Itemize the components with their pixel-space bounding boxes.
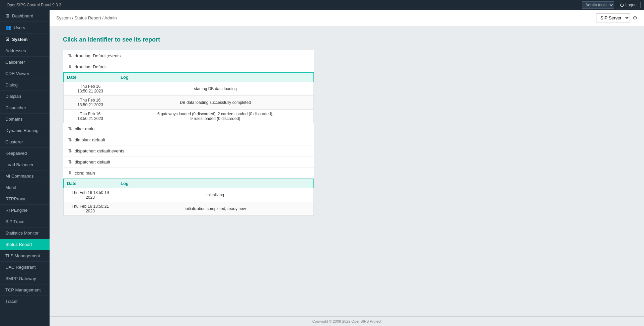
status-container: ⇅ drouting: Default;events ⇩ drouting: D… xyxy=(63,50,314,216)
identifier-label-7: core: main xyxy=(75,171,95,176)
identifier-label-6: dispatcher: default xyxy=(75,159,110,165)
sidebar-item-tls-management[interactable]: TLS Management xyxy=(0,250,50,262)
sidebar-item-system[interactable]: ⊡ System xyxy=(0,34,50,45)
sidebar-item-smpp-gateway[interactable]: SMPP Gateway xyxy=(0,273,50,284)
header-bar: System / Status Report / Admin SIP Serve… xyxy=(50,10,644,26)
log-date-2: Thu Feb 1613:50:21 2023 xyxy=(64,96,117,110)
identifier-drouting-default-events[interactable]: ⇅ drouting: Default;events xyxy=(63,50,314,61)
sidebar-item-callcenter[interactable]: Callcenter xyxy=(0,57,50,68)
sidebar-item-dashboard[interactable]: ⊞ Dashboard xyxy=(0,10,50,22)
refresh-icon-4: ⇅ xyxy=(68,148,72,153)
sidebar-item-load-balancer[interactable]: Load Balancer xyxy=(0,159,50,171)
server-select[interactable]: SIP Server xyxy=(596,13,630,22)
main-area: System / Status Report / Admin SIP Serve… xyxy=(50,10,644,326)
header-controls: SIP Server ⚙ xyxy=(596,13,637,22)
sidebar-item-label: Callcenter xyxy=(5,60,25,65)
sidebar-item-label: Dynamic Routing xyxy=(5,128,39,133)
sidebar-item-label: MI Commands xyxy=(5,174,34,179)
sidebar-item-label: SMPP Gateway xyxy=(5,276,36,281)
sidebar-item-label: Dashboard xyxy=(12,13,33,18)
sidebar-item-label: UAC Registrant xyxy=(5,265,35,270)
identifier-dispatcher-default-events[interactable]: ⇅ dispatcher: default;events xyxy=(63,145,314,156)
sidebar-item-label: RTPProxy xyxy=(5,196,25,201)
sidebar-item-tcp-management[interactable]: TCP Management xyxy=(0,284,50,296)
sidebar-item-label: Statistics Monitor xyxy=(5,231,39,236)
users-icon: 👥 xyxy=(5,25,11,30)
sidebar-item-dispatcher[interactable]: Dispatcher xyxy=(0,102,50,114)
core-log-date-1: Thu Feb 16 13:50:19 2023 xyxy=(64,188,117,202)
identifier-label-1: drouting: Default;events xyxy=(75,53,121,58)
col-header-date-2: Date xyxy=(64,179,117,188)
identifier-drouting-default[interactable]: ⇩ drouting: Default xyxy=(63,61,314,72)
sidebar-item-label: TLS Management xyxy=(5,253,40,258)
core-log-entry-2: initialization completed, ready now xyxy=(117,202,314,216)
sidebar-item-monit[interactable]: Monit xyxy=(0,182,50,193)
sidebar-item-tracer[interactable]: Tracer xyxy=(0,296,50,307)
sidebar-item-addresses[interactable]: Addresses xyxy=(0,45,50,57)
system-icon: ⊡ xyxy=(5,37,9,42)
sidebar-item-domains[interactable]: Domains xyxy=(0,114,50,125)
sidebar-item-mi-commands[interactable]: MI Commands xyxy=(0,171,50,182)
gear-icon: ⚙ xyxy=(633,15,637,21)
core-log-date-2: Thu Feb 16 13:50:21 2023 xyxy=(64,202,117,216)
breadcrumb-part-admin[interactable]: Admin xyxy=(104,15,117,20)
download-icon-2: ⇩ xyxy=(68,170,72,176)
log-table-core-main: Date Log Thu Feb 16 13:50:19 2023 initia… xyxy=(63,179,314,216)
power-icon: ⏻ xyxy=(620,3,624,7)
sidebar-item-dynamic-routing[interactable]: Dynamic Routing xyxy=(0,125,50,136)
table-row: Thu Feb 1613:50:21 2023 6 gateways loade… xyxy=(64,110,314,123)
dashboard-icon: ⊞ xyxy=(5,13,9,18)
sidebar-item-label: TCP Management xyxy=(5,287,41,292)
log-table-drouting-default: Date Log Thu Feb 1613:50:21 2023 startin… xyxy=(63,72,314,123)
sidebar-item-statistics-monitor[interactable]: Statistics Monitor xyxy=(0,227,50,239)
refresh-icon-1: ⇅ xyxy=(68,53,72,58)
identifier-core-main[interactable]: ⇩ core: main xyxy=(63,168,314,179)
identifier-dispatcher-default[interactable]: ⇅ dispatcher: default xyxy=(63,156,314,168)
sidebar-item-status-report[interactable]: Status Report xyxy=(0,239,50,250)
sidebar-item-label: Status Report xyxy=(5,242,32,247)
sidebar-item-label: System xyxy=(12,37,27,42)
sidebar-item-label: RTPEngine xyxy=(5,208,27,213)
sidebar-item-label: Dialplan xyxy=(5,94,21,99)
sidebar-item-label: CDR Viewer xyxy=(5,71,29,76)
sidebar-item-sip-trace[interactable]: SIP Trace xyxy=(0,216,50,227)
app-title: :: OpenSIPS Control Panel 9.3.3 xyxy=(3,3,61,7)
admin-tools-select[interactable]: Admin tools xyxy=(582,1,614,9)
breadcrumb-part-system[interactable]: System xyxy=(56,15,71,20)
sidebar-item-label: Monit xyxy=(5,185,16,190)
sidebar-item-label: Users xyxy=(14,25,25,30)
identifier-label-2: drouting: Default xyxy=(75,64,106,69)
download-icon-1: ⇩ xyxy=(68,64,72,69)
log-entry-3: 6 gateways loaded (0 discarded), 2 carri… xyxy=(117,110,314,123)
sidebar: ⊞ Dashboard 👥 Users ⊡ System Addresses C… xyxy=(0,10,50,326)
sidebar-item-clusterer[interactable]: Clusterer xyxy=(0,136,50,148)
breadcrumb-part-status-report[interactable]: Status Report xyxy=(74,15,101,20)
sidebar-item-cdr-viewer[interactable]: CDR Viewer xyxy=(0,68,50,79)
sidebar-item-keepalived[interactable]: Keepalived xyxy=(0,148,50,159)
sidebar-item-label: Addresses xyxy=(5,48,26,53)
core-log-entry-1: initializing xyxy=(117,188,314,202)
sidebar-item-label: SIP Trace xyxy=(5,219,24,224)
col-header-log-1: Log xyxy=(117,73,314,82)
settings-button[interactable]: ⚙ xyxy=(633,15,637,21)
sidebar-item-label: Load Balancer xyxy=(5,162,33,167)
sidebar-item-label: Clusterer xyxy=(5,139,23,144)
log-date-1: Thu Feb 1613:50:21 2023 xyxy=(64,82,117,96)
identifier-label-4: dialplan: default xyxy=(75,137,105,142)
table-row: Thu Feb 1613:50:21 2023 DB data loading … xyxy=(64,96,314,110)
identifier-dialplan-default[interactable]: ⇅ dialplan: default xyxy=(63,134,314,145)
refresh-icon-2: ⇅ xyxy=(68,126,72,131)
log-entry-1: starting DB data loading xyxy=(117,82,314,96)
sidebar-item-dialplan[interactable]: Dialplan xyxy=(0,91,50,102)
sidebar-item-rtpengine[interactable]: RTPEngine xyxy=(0,205,50,216)
sidebar-item-label: Keepalived xyxy=(5,151,27,156)
sidebar-item-users[interactable]: 👥 Users xyxy=(0,22,50,34)
sidebar-item-uac-registrant[interactable]: UAC Registrant xyxy=(0,262,50,273)
sidebar-item-dialog[interactable]: Dialog xyxy=(0,79,50,91)
refresh-icon-3: ⇅ xyxy=(68,137,72,142)
sidebar-item-label: Dispatcher xyxy=(5,105,26,110)
identifier-pike-main[interactable]: ⇅ pike: main xyxy=(63,123,314,134)
topbar-right: Admin tools ⏻ Logout xyxy=(582,1,641,9)
sidebar-item-rtpproxy[interactable]: RTPProxy xyxy=(0,193,50,205)
logout-button[interactable]: ⏻ Logout xyxy=(617,2,641,8)
